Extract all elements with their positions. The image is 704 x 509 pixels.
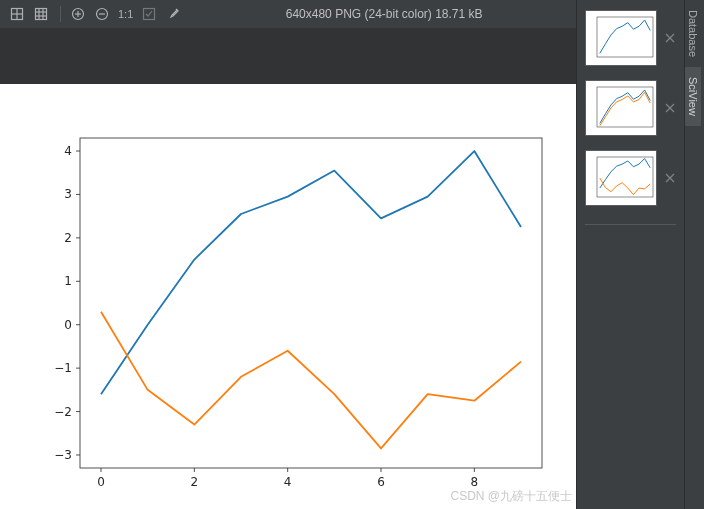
side-tabs: Database SciView: [684, 0, 704, 509]
svg-text:4: 4: [284, 475, 292, 489]
thumbnails-divider: [585, 224, 676, 225]
svg-text:0: 0: [64, 318, 72, 332]
image-info-label: 640x480 PNG (24-bit color) 18.71 kB: [186, 7, 582, 21]
thumbnails-panel: [576, 0, 684, 509]
svg-text:−2: −2: [54, 405, 72, 419]
toolbar-separator: [60, 6, 61, 22]
svg-text:2: 2: [191, 475, 199, 489]
svg-text:−3: −3: [54, 448, 72, 462]
color-picker-icon[interactable]: [162, 3, 184, 25]
thumbnail-1[interactable]: [585, 10, 657, 66]
thumbnail-row: [577, 80, 684, 150]
svg-text:6: 6: [377, 475, 385, 489]
tab-sciview[interactable]: SciView: [685, 67, 701, 126]
zoom-out-icon[interactable]: [91, 3, 113, 25]
close-icon[interactable]: [663, 171, 677, 185]
svg-text:0: 0: [97, 475, 105, 489]
svg-rect-42: [597, 17, 653, 57]
tab-database[interactable]: Database: [685, 0, 701, 67]
thumbnail-row: [577, 10, 684, 80]
one-to-one-button[interactable]: 1:1: [115, 3, 136, 25]
svg-text:2: 2: [64, 231, 72, 245]
svg-text:3: 3: [64, 187, 72, 201]
svg-text:8: 8: [471, 475, 479, 489]
svg-rect-3: [36, 9, 47, 20]
thumbnail-row: [577, 150, 684, 220]
grid-4-icon[interactable]: [30, 3, 52, 25]
viewer-toolbar: 1:1 640x480 PNG (24-bit color) 18.71 kB: [0, 0, 582, 28]
main-plot[interactable]: −3−2−10123402468: [40, 128, 552, 498]
thumbnail-2[interactable]: [585, 80, 657, 136]
close-icon[interactable]: [663, 31, 677, 45]
thumbnail-3[interactable]: [585, 150, 657, 206]
svg-text:−1: −1: [54, 361, 72, 375]
svg-text:1: 1: [64, 274, 72, 288]
fit-icon[interactable]: [138, 3, 160, 25]
canvas-area: −3−2−10123402468 CSDN @九磅十五便士: [0, 28, 576, 509]
grid-icon[interactable]: [6, 3, 28, 25]
svg-rect-15: [80, 138, 542, 468]
close-icon[interactable]: [663, 101, 677, 115]
zoom-in-icon[interactable]: [67, 3, 89, 25]
svg-text:4: 4: [64, 144, 72, 158]
